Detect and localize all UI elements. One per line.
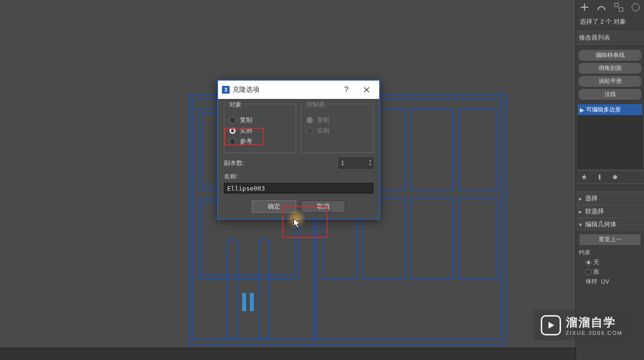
modifier-normal[interactable]: 法线 (578, 88, 642, 100)
stack-toolbar (576, 170, 644, 184)
modifier-chamfer[interactable]: 倒角剖面 (578, 62, 642, 74)
show-result-icon[interactable] (596, 174, 603, 180)
caret-icon: ▸ (579, 195, 582, 202)
controller-instance-radio (306, 127, 313, 134)
help-button[interactable]: ? (338, 83, 355, 97)
object-group: 对象 复制 实例 参考 (224, 104, 296, 153)
svg-point-2 (632, 3, 640, 11)
stack-item-label: 可编辑多边形 (586, 106, 621, 114)
copies-spinner[interactable]: 1 ▲▼ (339, 158, 373, 168)
modifier-edit-spline[interactable]: 编辑样条线 (578, 49, 642, 61)
rollout-selection: ▸ 选择 (576, 192, 644, 205)
command-panel: 选择了 2 个 对象 修改器列表 编辑样条线 倒角剖面 涡轮平滑 法线 ▶ 可编… (575, 0, 644, 360)
preserve-label: 保持 (586, 277, 597, 286)
object-reference-radio[interactable] (229, 138, 236, 145)
rollout-edit-geometry: ▾ 编辑几何体 重复上一 约束 无 面 保持 UV (576, 218, 644, 290)
make-unique-icon[interactable] (612, 174, 618, 180)
constraint-face-radio[interactable] (586, 269, 591, 275)
rollout-title: 软选择 (585, 207, 604, 216)
watermark: 溜溜自学 ZIXUE.3D66.COM (533, 310, 630, 341)
constraint-none-radio[interactable] (586, 260, 591, 265)
rollout-title: 编辑几何体 (585, 220, 617, 229)
copies-value: 1 (341, 160, 344, 166)
watermark-url: ZIXUE.3D66.COM (566, 330, 623, 336)
constraint-none-label: 无 (593, 258, 599, 266)
modifier-list-dropdown[interactable]: 修改器列表 (576, 29, 644, 46)
object-instance-radio[interactable] (229, 127, 236, 134)
pin-icon[interactable] (581, 174, 588, 180)
expand-icon: ▶ (580, 107, 584, 113)
repeat-last-button[interactable]: 重复上一 (579, 234, 641, 246)
spinner-arrows-icon[interactable]: ▲▼ (369, 159, 372, 166)
close-icon (363, 86, 370, 93)
hierarchy-tab-icon[interactable] (613, 1, 624, 13)
controller-copy-radio (306, 117, 313, 124)
dialog-title: 克隆选项 (233, 85, 335, 94)
modifier-stack-item[interactable]: ▶ 可编辑多边形 (578, 104, 642, 115)
svg-rect-0 (614, 3, 618, 7)
panel-tabs[interactable] (576, 0, 644, 14)
timeline[interactable] (0, 348, 575, 360)
close-button[interactable] (358, 83, 375, 97)
clone-options-dialog: 3 克隆选项 ? 对象 复制 实例 参考 (217, 80, 380, 220)
controller-instance-label: 实例 (317, 126, 329, 135)
controller-copy-label: 复制 (317, 116, 329, 125)
cancel-button[interactable]: 取消 (301, 200, 345, 213)
name-input[interactable] (224, 183, 373, 194)
svg-rect-3 (599, 175, 601, 180)
ok-button[interactable]: 确定 (252, 200, 296, 213)
controller-group-label: 控制器 (304, 100, 327, 109)
object-copy-label: 复制 (240, 116, 252, 125)
dialog-titlebar[interactable]: 3 克隆选项 ? (218, 81, 379, 99)
object-instance-label: 实例 (240, 126, 252, 135)
selection-info: 选择了 2 个 对象 (576, 14, 644, 29)
svg-rect-1 (619, 8, 623, 12)
object-group-label: 对象 (227, 100, 244, 109)
object-copy-radio[interactable] (229, 117, 236, 124)
modify-tab-icon[interactable] (596, 1, 607, 13)
play-icon (541, 315, 561, 335)
constraint-face-label: 面 (593, 268, 599, 276)
app-icon: 3 (222, 86, 230, 94)
object-reference-label: 参考 (240, 137, 252, 146)
caret-icon: ▾ (579, 221, 582, 228)
modifier-buttons: 编辑样条线 倒角剖面 涡轮平滑 法线 (576, 46, 644, 103)
rollout-title: 选择 (585, 194, 598, 203)
controller-group: 控制器 复制 实例 (301, 104, 373, 153)
svg-point-4 (613, 175, 617, 180)
motion-tab-icon[interactable] (630, 1, 641, 13)
name-label: 名称: (224, 172, 373, 181)
copies-label: 副本数: (224, 159, 245, 167)
modifier-turbosmooth[interactable]: 涡轮平滑 (578, 75, 642, 87)
modifier-stack[interactable] (578, 115, 642, 168)
watermark-title: 溜溜自学 (566, 315, 623, 330)
create-tab-icon[interactable] (579, 1, 590, 13)
uv-label: UV (601, 278, 609, 285)
caret-icon: ▸ (579, 208, 582, 215)
rollout-soft-selection: ▸ 软选择 (576, 205, 644, 218)
constraints-label: 约束 (579, 249, 641, 257)
